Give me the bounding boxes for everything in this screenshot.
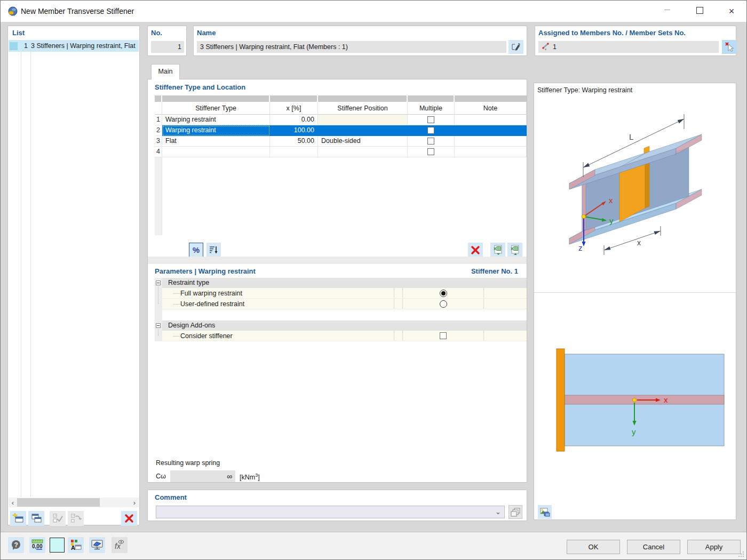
copy-comment-button[interactable] xyxy=(508,505,522,519)
invert-selection-button[interactable] xyxy=(68,511,84,526)
warp-spring-label: Resulting warp spring xyxy=(156,459,220,467)
color-swatch-button[interactable] xyxy=(50,538,65,553)
cell-type[interactable] xyxy=(162,147,270,157)
name-field[interactable]: 3 Stiffeners | Warping restraint, Flat (… xyxy=(197,41,506,53)
param-full-warping-restraint[interactable]: Full warping restraint xyxy=(162,288,527,299)
cell-position[interactable]: Double-sided xyxy=(318,136,408,147)
rendering-button[interactable] xyxy=(89,537,105,553)
cell-note[interactable] xyxy=(455,136,527,147)
tree-gutter xyxy=(155,278,162,341)
cancel-button[interactable]: Cancel xyxy=(627,540,680,554)
cursor-deselect-icon xyxy=(724,42,735,52)
cell-x[interactable]: 0.00 xyxy=(270,115,318,125)
multiple-checkbox[interactable] xyxy=(427,116,434,123)
percent-toggle-button[interactable]: % xyxy=(189,243,203,257)
table-row[interactable]: 1 Warping restraint 0.00 xyxy=(155,115,527,125)
new-window-icon xyxy=(12,513,24,524)
scroll-right-icon[interactable]: › xyxy=(130,499,139,507)
cell-position[interactable] xyxy=(318,125,408,136)
group-design-addons[interactable]: Design Add-ons xyxy=(162,321,527,331)
tab-main-label: Main xyxy=(158,68,172,75)
export-excel-button[interactable]: X xyxy=(490,243,505,257)
cell-x[interactable] xyxy=(270,147,318,157)
maximize-button[interactable] xyxy=(691,3,708,19)
delete-rows-button[interactable] xyxy=(468,243,483,257)
delete-item-button[interactable] xyxy=(121,511,137,526)
units-settings-button[interactable]: 0,00 xyxy=(29,537,45,553)
excel-export-icon: X xyxy=(492,244,504,255)
svg-text:0,00: 0,00 xyxy=(32,543,43,549)
cell-x[interactable]: 50.00 xyxy=(270,136,318,147)
assigned-members-field[interactable]: x 1 xyxy=(538,41,719,53)
param-consider-stiffener[interactable]: Consider stiffener xyxy=(162,331,527,341)
item-color-swatch xyxy=(10,42,18,50)
table-row[interactable]: 3 Flat 50.00 Double-sided xyxy=(155,136,527,147)
edit-name-button[interactable] xyxy=(508,40,523,54)
cell-position[interactable] xyxy=(318,115,408,125)
dim-length-label: L xyxy=(629,132,633,141)
collapse-design-addons-icon[interactable] xyxy=(156,323,161,328)
check-all-button[interactable] xyxy=(50,511,66,526)
group-restraint-type[interactable]: Restraint type xyxy=(162,278,527,288)
col-note: Note xyxy=(455,102,527,115)
param-user-defined-restraint[interactable]: User-defined restraint xyxy=(162,299,527,309)
layered-pages-icon xyxy=(510,507,521,517)
tab-main[interactable]: Main xyxy=(151,64,180,79)
stiffener-2d-preview: x y xyxy=(534,299,736,475)
sort-button[interactable] xyxy=(206,243,221,257)
chevron-down-icon[interactable]: ⌄ xyxy=(495,508,501,516)
scrollbar-thumb[interactable] xyxy=(17,498,100,507)
stiffener-number-label: Stiffener No. 1 xyxy=(471,267,518,275)
list-item[interactable]: 1 3 Stiffeners | Warping restraint, Flat xyxy=(9,40,139,52)
new-item-button[interactable] xyxy=(10,511,26,526)
table-top-strip xyxy=(155,95,527,102)
axis-z-label: z xyxy=(578,243,583,252)
table-row-selected[interactable]: 2 Warping restraint 100.00 xyxy=(155,125,527,136)
preview-panel: Stiffener Type: Warping restraint xyxy=(534,83,736,520)
minimize-button[interactable] xyxy=(658,3,676,19)
cell-position[interactable] xyxy=(318,147,408,157)
preview-divider xyxy=(534,292,736,293)
comment-value xyxy=(156,508,160,516)
cell-type[interactable]: Warping restraint xyxy=(162,125,270,136)
assigned-header: Assigned to Members No. / Member Sets No… xyxy=(538,29,686,37)
select-members-button[interactable] xyxy=(722,40,737,54)
cell-type[interactable]: Warping restraint xyxy=(162,115,270,125)
title-bar[interactable]: New Member Transverse Stiffener × xyxy=(1,1,746,22)
help-button[interactable]: ? xyxy=(8,537,24,553)
table-row-empty[interactable]: 4 xyxy=(155,147,527,157)
multiple-checkbox[interactable] xyxy=(427,127,434,134)
full-warping-restraint-radio[interactable] xyxy=(440,290,447,297)
display-properties-button[interactable]: A xyxy=(68,537,84,553)
formula-button[interactable]: fx xyxy=(112,537,128,553)
collapse-restraint-type-icon[interactable] xyxy=(156,281,161,285)
axis2d-y-label: y xyxy=(632,427,636,436)
multiple-checkbox[interactable] xyxy=(427,138,434,145)
comment-title: Comment xyxy=(155,493,187,501)
col-rownum xyxy=(155,102,162,115)
apply-button[interactable]: Apply xyxy=(687,540,741,554)
formula-fx-icon: fx xyxy=(113,539,126,551)
member-icon: x xyxy=(542,42,550,54)
svg-text:X: X xyxy=(511,246,514,251)
list-horizontal-scrollbar[interactable]: ‹ › xyxy=(9,498,139,507)
stiffener-3d-preview: L x x y z xyxy=(534,93,736,291)
stiffener-section-title: Stiffener Type and Location xyxy=(155,83,245,91)
multiple-checkbox[interactable] xyxy=(427,148,434,155)
comment-panel: Comment ⌄ xyxy=(147,490,527,521)
cell-note[interactable] xyxy=(455,115,527,125)
copy-item-button[interactable] xyxy=(28,511,44,526)
ok-button[interactable]: OK xyxy=(567,540,620,554)
consider-stiffener-checkbox[interactable] xyxy=(440,332,447,339)
resize-grip[interactable] xyxy=(738,551,744,557)
user-defined-restraint-radio[interactable] xyxy=(440,300,447,308)
preview-display-options-button[interactable] xyxy=(538,505,552,519)
cell-note[interactable] xyxy=(455,125,527,136)
cell-x[interactable]: 100.00 xyxy=(270,125,318,136)
scroll-left-icon[interactable]: ‹ xyxy=(9,499,17,507)
comment-combobox[interactable]: ⌄ xyxy=(156,506,505,518)
close-button[interactable]: × xyxy=(723,3,740,19)
import-excel-button[interactable]: X xyxy=(507,243,522,257)
cell-note[interactable] xyxy=(455,147,527,157)
cell-type[interactable]: Flat xyxy=(162,136,270,147)
